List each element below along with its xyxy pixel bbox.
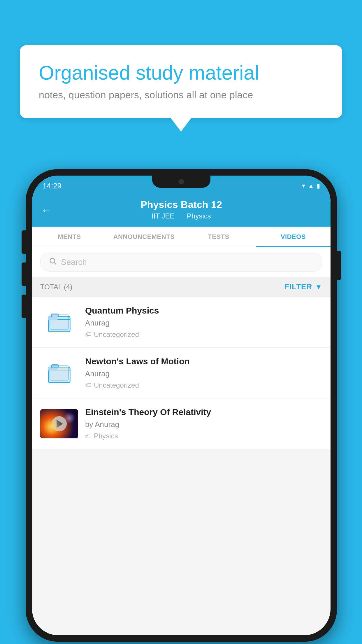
phone-notch	[152, 176, 210, 188]
tag-icon-3: 🏷	[85, 432, 92, 440]
bubble-title: Organised study material	[39, 61, 323, 84]
tag-text-1: Uncategorized	[94, 330, 139, 339]
status-icons: ▾ ▲ ▮	[302, 182, 320, 190]
video-tag-3: 🏷 Physics	[85, 432, 322, 440]
tab-bar: MENTS ANNOUNCEMENTS TESTS VIDEOS	[32, 227, 331, 247]
thumbnail-image-3	[40, 409, 78, 438]
search-icon	[49, 257, 57, 267]
wifi-icon: ▾	[302, 182, 305, 190]
video-author-2: Anurag	[85, 369, 322, 378]
video-title-1: Quantum Physics	[85, 306, 322, 316]
svg-rect-4	[51, 314, 58, 317]
list-item[interactable]: Quantum Physics Anurag 🏷 Uncategorized	[32, 297, 331, 348]
phone-outer: 14:29 ▾ ▲ ▮ ← Physics Batch 12 IIT JEE P…	[26, 169, 337, 642]
total-count: TOTAL (4)	[40, 283, 72, 291]
search-bar[interactable]: Search	[40, 253, 322, 272]
svg-point-0	[50, 258, 55, 263]
svg-rect-8	[51, 365, 58, 368]
folder-thumbnail-2	[40, 358, 78, 388]
phone-screen: 14:29 ▾ ▲ ▮ ← Physics Batch 12 IIT JEE P…	[32, 176, 331, 635]
search-bar-container: Search	[32, 247, 331, 277]
filter-funnel-icon: ▼	[315, 283, 322, 291]
tag-icon-1: 🏷	[85, 331, 92, 338]
camera-dot	[178, 178, 184, 185]
video-title-2: Newton's Laws of Motion	[85, 356, 322, 366]
speech-bubble: Organised study material notes, question…	[20, 45, 342, 118]
tab-announcements[interactable]: ANNOUNCEMENTS	[107, 227, 181, 247]
category-physics: Physics	[187, 212, 211, 220]
tag-text-2: Uncategorized	[94, 381, 139, 389]
video-author-3: by Anurag	[85, 420, 322, 429]
tag-icon-2: 🏷	[85, 382, 92, 389]
video-thumbnail-3	[40, 409, 78, 438]
phone-container: 14:29 ▾ ▲ ▮ ← Physics Batch 12 IIT JEE P…	[26, 169, 337, 642]
video-list: Quantum Physics Anurag 🏷 Uncategorized	[32, 297, 331, 449]
tab-ments[interactable]: MENTS	[32, 227, 107, 247]
video-info-3: Einstein's Theory Of Relativity by Anura…	[85, 407, 322, 440]
video-info-2: Newton's Laws of Motion Anurag 🏷 Uncateg…	[85, 356, 322, 389]
filter-bar: TOTAL (4) FILTER ▼	[32, 277, 331, 297]
bubble-subtitle: notes, question papers, solutions all at…	[39, 89, 323, 101]
video-title-3: Einstein's Theory Of Relativity	[85, 407, 322, 417]
category-iit: IIT JEE	[152, 212, 174, 220]
svg-line-1	[54, 262, 56, 264]
list-item[interactable]: Newton's Laws of Motion Anurag 🏷 Uncateg…	[32, 348, 331, 398]
list-item[interactable]: Einstein's Theory Of Relativity by Anura…	[32, 398, 331, 449]
video-tag-2: 🏷 Uncategorized	[85, 381, 322, 389]
signal-icon: ▲	[308, 183, 314, 189]
filter-label: FILTER	[284, 282, 312, 291]
video-tag-1: 🏷 Uncategorized	[85, 330, 322, 339]
battery-icon: ▮	[317, 182, 320, 189]
header-subtitle: IIT JEE Physics	[43, 212, 320, 220]
video-author-1: Anurag	[85, 318, 322, 328]
status-time: 14:29	[43, 181, 61, 190]
folder-thumbnail-1	[40, 308, 78, 337]
back-button[interactable]: ←	[41, 204, 52, 216]
app-header: ← Physics Batch 12 IIT JEE Physics	[32, 194, 331, 227]
tag-text-3: Physics	[94, 432, 118, 440]
video-info-1: Quantum Physics Anurag 🏷 Uncategorized	[85, 306, 322, 339]
header-title: Physics Batch 12	[43, 199, 320, 210]
filter-button[interactable]: FILTER ▼	[284, 282, 322, 291]
tab-videos[interactable]: VIDEOS	[256, 227, 331, 247]
tab-tests[interactable]: TESTS	[181, 227, 256, 247]
search-placeholder: Search	[61, 258, 87, 267]
